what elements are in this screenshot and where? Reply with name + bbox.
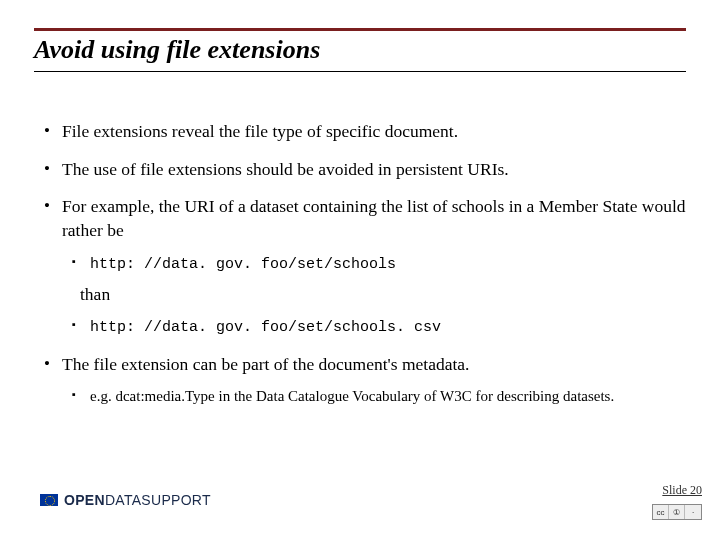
slide-number: Slide 20 (662, 483, 702, 498)
slide-title: Avoid using file extensions (34, 35, 686, 72)
bullet-item: The file extension can be part of the do… (34, 353, 686, 407)
sub-item: e.g. dcat:media.Type in the Data Catalog… (62, 386, 686, 406)
sub-item: http: //data. gov. foo/set/schools. csv (62, 316, 686, 338)
title-block: Avoid using file extensions (34, 28, 686, 72)
logo-data: DATA (105, 492, 141, 508)
sub-item: http: //data. gov. foo/set/schools (62, 253, 686, 275)
footer: OPENDATASUPPORT Slide 20 cc ① · (0, 480, 720, 528)
by-icon: ① (669, 505, 685, 519)
bullet-item: For example, the URI of a dataset contai… (34, 195, 686, 338)
than-text: than (80, 283, 686, 307)
uri-good: http: //data. gov. foo/set/schools (90, 256, 396, 273)
uri-bad: http: //data. gov. foo/set/schools. csv (90, 319, 441, 336)
slide: Avoid using file extensions File extensi… (0, 0, 720, 540)
bullet-text: The file extension can be part of the do… (62, 354, 469, 374)
eu-flag-icon (40, 494, 58, 506)
bullet-item: The use of file extensions should be avo… (34, 158, 686, 182)
sub-list: e.g. dcat:media.Type in the Data Catalog… (62, 386, 686, 406)
sub-list: http: //data. gov. foo/set/schools (62, 253, 686, 275)
cc-icon: cc (653, 505, 669, 519)
sub-list: http: //data. gov. foo/set/schools. csv (62, 316, 686, 338)
logo-support: SUPPORT (141, 492, 211, 508)
logo-text: OPENDATASUPPORT (64, 492, 211, 508)
license-icon: · (685, 505, 701, 519)
logo: OPENDATASUPPORT (40, 492, 211, 508)
bullet-list: File extensions reveal the file type of … (34, 120, 686, 407)
bullet-text: For example, the URI of a dataset contai… (62, 196, 686, 240)
content-area: File extensions reveal the file type of … (34, 120, 686, 407)
cc-license-badge: cc ① · (652, 504, 702, 520)
bullet-item: File extensions reveal the file type of … (34, 120, 686, 144)
logo-open: OPEN (64, 492, 105, 508)
